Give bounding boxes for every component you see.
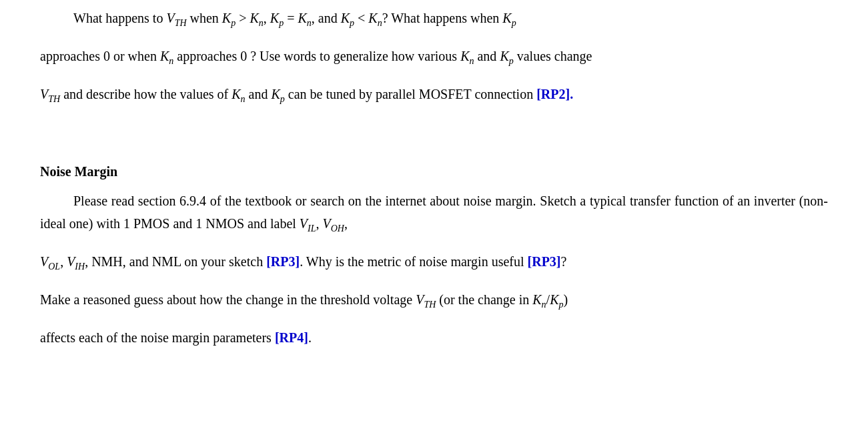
v-th-var: VTH: [166, 11, 186, 25]
text-what-happens: What happens to: [73, 11, 166, 25]
v-th-cont2-var: VTH: [40, 87, 60, 101]
kp-gt-var: Kp: [222, 11, 236, 25]
rp2-ref[interactable]: [RP2].: [536, 87, 573, 101]
v-th-p2-var: VTH: [416, 292, 436, 307]
paren-close: ): [564, 292, 568, 307]
kn-p2-var: Kn: [532, 292, 546, 307]
approaches-text: approaches 0 or when: [40, 49, 160, 63]
final-period: .: [308, 330, 312, 345]
describe-text: and describe how the values of: [60, 87, 232, 101]
content-area: What happens to VTH when Kp > Kn, Kp = K…: [40, 7, 828, 349]
comma-v: ,: [316, 216, 323, 231]
kn-2-var: Kn: [298, 11, 311, 25]
comma-v2: ,: [344, 216, 348, 231]
nmh-nml-text: , NMH, and NML on your sketch: [85, 254, 266, 269]
kn-3-var: Kn: [368, 11, 382, 25]
affects-text: affects each of the noise margin paramet…: [40, 330, 275, 345]
gt-sign: >: [236, 11, 250, 25]
paragraph-1-cont: approaches 0 or when Kn approaches 0 ? U…: [40, 45, 828, 69]
rp4-ref[interactable]: [RP4]: [275, 330, 308, 345]
and-text-2: and: [246, 87, 272, 101]
comma-and: , and: [312, 11, 341, 25]
text-when: when: [187, 11, 222, 25]
kp-cont2-var: Kp: [272, 87, 285, 101]
kn-2-cont-var: Kn: [460, 49, 474, 63]
v-oh-var: VOH: [323, 216, 344, 231]
comma-v3: ,: [60, 254, 67, 269]
paragraph-2-cont: VOL, VIH, NMH, and NML on your sketch [R…: [40, 250, 828, 275]
kp-2-var: Kp: [502, 11, 516, 25]
kn-cont2-var: Kn: [232, 87, 245, 101]
kn-1-var: Kn: [250, 11, 263, 25]
kp-p2-var: Kp: [550, 292, 563, 307]
kn-cont-var: Kn: [160, 49, 173, 63]
comma-1: ,: [264, 11, 270, 25]
paragraph-2-cont2: Make a reasoned guess about how the chan…: [40, 288, 828, 313]
or-change-text: (or the change in: [436, 292, 532, 307]
rp3-ref-1[interactable]: [RP3]: [266, 254, 300, 269]
eq-sign: =: [284, 11, 298, 25]
paragraph-1-cont2: VTH and describe how the values of Kn an…: [40, 83, 828, 107]
paragraph-1: What happens to VTH when Kp > Kn, Kp = K…: [40, 7, 828, 31]
rp3-ref-2[interactable]: [RP3]: [528, 254, 561, 269]
paragraph-2-cont3: affects each of the noise margin paramet…: [40, 326, 828, 349]
paragraph-2: Please read section 6.9.4 of the textboo…: [40, 189, 828, 237]
why-text: . Why is the metric of noise margin usef…: [300, 254, 527, 269]
q1-text: ? What happens when: [382, 11, 503, 25]
noise-margin-heading: Noise Margin: [40, 160, 828, 183]
kp-lt-var: Kp: [341, 11, 354, 25]
q-mark: ?: [561, 254, 567, 269]
kp-cont-var: Kp: [500, 49, 513, 63]
make-reasoned-text: Make a reasoned guess about how the chan…: [40, 292, 416, 307]
tuned-text: can be tuned by parallel MOSFET connecti…: [285, 87, 536, 101]
kp-eq-var: Kp: [270, 11, 284, 25]
lt-sign: <: [354, 11, 368, 25]
please-read-text: Please read section 6.9.4 of the textboo…: [40, 193, 828, 231]
and-text: and: [474, 49, 500, 63]
approaches-0-text: approaches 0 ? Use words to generalize h…: [173, 49, 460, 63]
noise-margin-label: Noise Margin: [40, 164, 117, 179]
spacer-1: [40, 120, 828, 130]
v-ih-var: VIH: [67, 254, 85, 269]
v-il-var: VIL: [300, 216, 316, 231]
spacer-2: [40, 130, 828, 140]
values-change-text: values change: [514, 49, 592, 63]
v-ol-var: VOL: [40, 254, 60, 269]
